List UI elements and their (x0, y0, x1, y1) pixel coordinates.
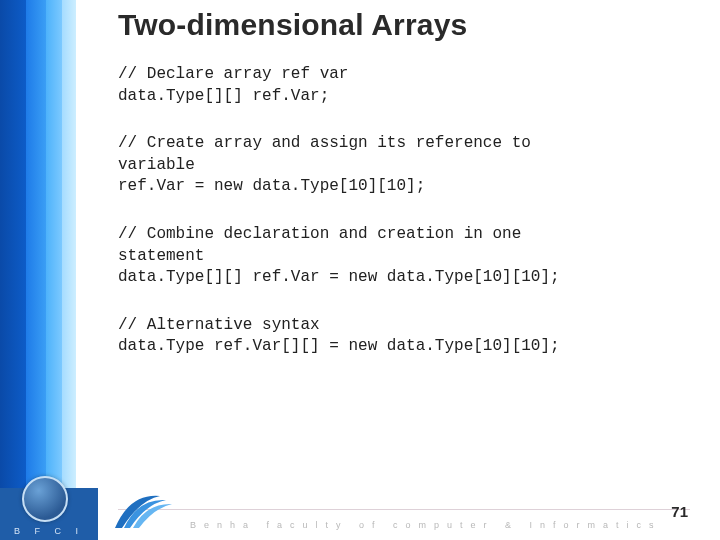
code-line: ref.Var = new data.Type[10][10]; (118, 176, 690, 198)
swoosh-icon (110, 488, 180, 534)
code-line: variable (118, 155, 690, 177)
code-block-1: // Declare array ref var data.Type[][] r… (118, 64, 690, 107)
slide-title: Two-dimensional Arrays (118, 8, 690, 42)
stripe-4 (62, 0, 76, 540)
code-line: // Create array and assign its reference… (118, 133, 690, 155)
left-decorative-rail (0, 0, 98, 540)
footer-bar: B F C I Benha faculty of computer & Info… (0, 488, 720, 540)
stripe-3 (46, 0, 62, 540)
code-block-2: // Create array and assign its reference… (118, 133, 690, 198)
code-line: data.Type ref.Var[][] = new data.Type[10… (118, 336, 690, 358)
stripe-2 (26, 0, 46, 540)
stripe-1 (0, 0, 26, 540)
code-line: data.Type[][] ref.Var; (118, 86, 690, 108)
logo-badge-icon (22, 476, 68, 522)
code-line: data.Type[][] ref.Var = new data.Type[10… (118, 267, 690, 289)
code-block-3: // Combine declaration and creation in o… (118, 224, 690, 289)
bfci-label: B F C I (14, 526, 84, 536)
stripe-5 (76, 0, 98, 540)
code-line: // Alternative syntax (118, 315, 690, 337)
code-block-4: // Alternative syntax data.Type ref.Var[… (118, 315, 690, 358)
code-line: statement (118, 246, 690, 268)
slide-content: Two-dimensional Arrays // Declare array … (118, 8, 690, 384)
code-line: // Declare array ref var (118, 64, 690, 86)
code-line: // Combine declaration and creation in o… (118, 224, 690, 246)
page-number: 71 (671, 503, 688, 520)
footer-faculty-text: Benha faculty of computer & Informatics (190, 520, 662, 530)
